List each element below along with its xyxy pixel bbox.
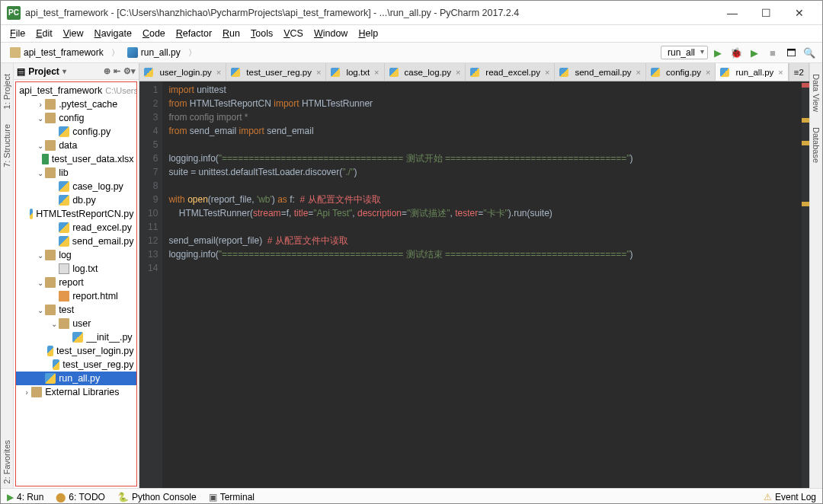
menu-file[interactable]: File <box>5 27 30 40</box>
tree-item-user[interactable]: ⌄user <box>16 317 136 330</box>
tree-item-lib[interactable]: ⌄lib <box>16 166 136 180</box>
chevron-down-icon[interactable]: ⌄ <box>36 251 45 260</box>
run-coverage-button[interactable]: ▶ <box>746 44 763 61</box>
warning-marker[interactable] <box>802 141 809 145</box>
run-button[interactable]: ▶ <box>709 44 726 61</box>
tool-label: 4: Run <box>17 492 43 502</box>
menu-navigate[interactable]: Navigate <box>90 27 136 40</box>
close-tab-icon[interactable]: × <box>316 68 321 77</box>
tool-terminal[interactable]: ▣Terminal <box>209 492 255 502</box>
chevron-right-icon[interactable]: › <box>36 100 45 109</box>
tree-item-test_user_login-py[interactable]: test_user_login.py <box>16 344 136 358</box>
tree-item-log[interactable]: ⌄log <box>16 248 136 262</box>
breadcrumb-root[interactable]: api_test_framework <box>5 46 108 59</box>
run-config-selector[interactable]: run_all <box>661 46 708 59</box>
title-bar: PC api_test_framework - [C:\Users\hanzhi… <box>1 1 822 25</box>
debug-button[interactable]: 🐞 <box>728 44 745 61</box>
menu-view[interactable]: View <box>59 27 88 40</box>
editor-tab-user_login-py[interactable]: user_login.py× <box>139 63 226 81</box>
chevron-down-icon[interactable]: ⌄ <box>36 114 45 123</box>
menu-refactor[interactable]: Refactor <box>171 27 216 40</box>
code-area[interactable]: import unittestfrom HTMLTestReportCN imp… <box>162 81 809 488</box>
event-log-button[interactable]: ⚠ Event Log <box>764 492 816 502</box>
close-tab-icon[interactable]: × <box>216 68 221 77</box>
error-stripe[interactable] <box>802 81 809 488</box>
tree-item-data[interactable]: ⌄data <box>16 139 136 152</box>
error-marker[interactable] <box>802 83 809 88</box>
dropdown-icon[interactable]: ▾ <box>62 67 66 75</box>
tree-item-test[interactable]: ⌄test <box>16 303 136 317</box>
chevron-down-icon[interactable]: ⌄ <box>36 279 45 287</box>
maximize-button[interactable]: ☐ <box>749 2 783 24</box>
editor-tab-read_excel-py[interactable]: read_excel.py× <box>466 63 555 81</box>
tree-item-read_excel-py[interactable]: read_excel.py <box>16 221 136 234</box>
tool-4-run[interactable]: ▶4: Run <box>7 492 43 502</box>
close-tab-icon[interactable]: × <box>374 68 379 77</box>
tree-item-run_all-py[interactable]: run_all.py <box>16 372 136 385</box>
tree-item-config[interactable]: ⌄config <box>16 111 136 125</box>
project-panel-header[interactable]: ▤ Project ▾ ⊕ ⇤ ⚙▾ <box>14 63 139 80</box>
tree-item-case_log-py[interactable]: case_log.py <box>16 180 136 193</box>
minimize-button[interactable]: — <box>716 2 749 24</box>
editor-tab-config-py[interactable]: config.py× <box>646 63 716 81</box>
tree-item-send_email-py[interactable]: send_email.py <box>16 234 136 248</box>
menu-vcs[interactable]: VCS <box>279 27 308 40</box>
tree-item-config-py[interactable]: config.py <box>16 125 136 139</box>
tabs-overflow[interactable]: ≡2 <box>789 63 809 81</box>
menu-run[interactable]: Run <box>218 27 245 40</box>
settings-icon[interactable]: ⚙▾ <box>123 66 136 76</box>
tree-item-External-Libraries[interactable]: ›External Libraries <box>16 385 136 399</box>
tree-item-__init__-py[interactable]: __init__.py <box>16 330 136 344</box>
tree-item-test_user_reg-py[interactable]: test_user_reg.py <box>16 358 136 372</box>
tool-icon: ⬤ <box>56 492 66 502</box>
close-tab-icon[interactable]: × <box>778 68 783 77</box>
locate-icon[interactable]: ⊕ <box>104 66 110 76</box>
tool-6-todo[interactable]: ⬤6: TODO <box>56 492 105 502</box>
tree-item-label: config <box>59 113 84 123</box>
project-tree[interactable]: api_test_frameworkC:\Users\ha›.pytest_ca… <box>15 81 137 486</box>
collapse-icon[interactable]: ⇤ <box>114 66 120 76</box>
breadcrumb-file[interactable]: run_all.py <box>123 46 185 59</box>
layout-button[interactable]: 🗖 <box>783 44 799 61</box>
editor-tab-run_all-py[interactable]: run_all.py× <box>716 63 788 81</box>
close-tab-icon[interactable]: × <box>636 68 641 77</box>
editor-body[interactable]: 1234567891011121314 import unittestfrom … <box>139 81 809 488</box>
tool-tab-structure[interactable]: 7: Structure <box>1 120 13 172</box>
tool-tab-favorites[interactable]: 2: Favorites <box>1 435 13 488</box>
tree-item--pytest_cache[interactable]: ›.pytest_cache <box>16 97 136 111</box>
tool-tab-dataview[interactable]: Data View <box>810 69 822 116</box>
chevron-right-icon[interactable]: › <box>22 388 31 397</box>
tree-item-db-py[interactable]: db.py <box>16 193 136 207</box>
tool-python-console[interactable]: 🐍Python Console <box>117 492 197 502</box>
search-everywhere-button[interactable]: 🔍 <box>801 44 818 61</box>
tree-item-api_test_framework[interactable]: api_test_frameworkC:\Users\ha <box>16 84 136 97</box>
tree-item-HTMLTestReportCN-py[interactable]: HTMLTestReportCN.py <box>16 207 136 221</box>
chevron-down-icon[interactable]: ⌄ <box>36 306 45 314</box>
menu-help[interactable]: Help <box>354 27 383 40</box>
warning-marker[interactable] <box>802 202 809 206</box>
editor-tab-log-txt[interactable]: log.txt× <box>326 63 384 81</box>
tree-item-report-html[interactable]: report.html <box>16 289 136 303</box>
editor-tab-test_user_reg-py[interactable]: test_user_reg.py× <box>226 63 326 81</box>
chevron-down-icon[interactable]: ⌄ <box>36 142 45 150</box>
tree-item-test_user_data-xlsx[interactable]: test_user_data.xlsx <box>16 152 136 166</box>
close-button[interactable]: ✕ <box>783 2 816 24</box>
bottom-tool-bar: ▶4: Run⬤6: TODO🐍Python Console▣Terminal … <box>1 488 822 504</box>
close-tab-icon[interactable]: × <box>706 68 710 77</box>
chevron-down-icon[interactable]: ⌄ <box>50 320 59 328</box>
close-tab-icon[interactable]: × <box>456 68 460 77</box>
menu-window[interactable]: Window <box>309 27 352 40</box>
tree-item-report[interactable]: ⌄report <box>16 276 136 289</box>
menu-code[interactable]: Code <box>138 27 170 40</box>
stop-button[interactable]: ■ <box>764 44 781 61</box>
menu-edit[interactable]: Edit <box>31 27 57 40</box>
warning-marker[interactable] <box>802 118 809 123</box>
editor-tab-send_email-py[interactable]: send_email.py× <box>555 63 646 81</box>
tool-tab-database[interactable]: Database <box>810 123 822 167</box>
editor-tab-case_log-py[interactable]: case_log.py× <box>385 63 466 81</box>
chevron-down-icon[interactable]: ⌄ <box>36 169 45 177</box>
close-tab-icon[interactable]: × <box>545 68 549 77</box>
tree-item-log-txt[interactable]: log.txt <box>16 262 136 276</box>
tool-tab-project[interactable]: 1: Project <box>1 69 13 113</box>
menu-tools[interactable]: Tools <box>246 27 277 40</box>
